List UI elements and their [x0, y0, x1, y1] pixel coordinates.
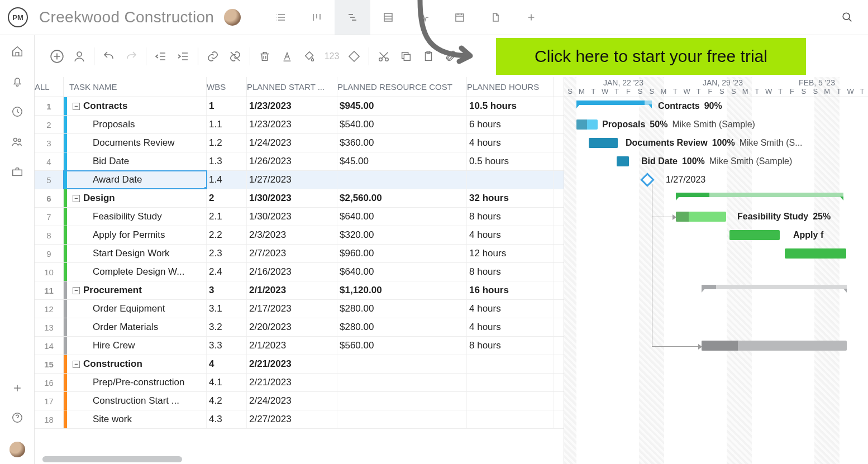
gantt-bar[interactable]	[729, 230, 780, 240]
col-all[interactable]: ALL	[35, 77, 64, 97]
gantt-bar[interactable]	[702, 341, 847, 351]
task-name-cell[interactable]: Proposals	[64, 116, 207, 133]
view-sheet-icon[interactable]	[370, 0, 406, 35]
gantt-summary-bar[interactable]	[702, 285, 847, 289]
project-avatar[interactable]	[224, 9, 241, 26]
table-row[interactable]: 2Proposals1.11/23/2023$540.006 hours	[35, 116, 564, 134]
clock-icon[interactable]	[11, 106, 23, 118]
help-icon[interactable]	[11, 412, 23, 424]
table-row[interactable]: 9Start Design Work2.32/7/2023$960.0012 h…	[35, 245, 564, 263]
gantt-bar[interactable]	[589, 138, 618, 148]
view-add-icon[interactable]	[513, 0, 549, 35]
col-wbs[interactable]: WBS	[207, 77, 247, 97]
gantt-summary-bar[interactable]	[576, 101, 652, 105]
task-name-cell[interactable]: Order Equipment	[64, 300, 207, 318]
indent-icon[interactable]	[172, 45, 194, 68]
table-row[interactable]: 15−Construction42/21/2023	[35, 355, 564, 374]
search-icon[interactable]	[841, 11, 853, 23]
task-name: Hire Crew	[93, 340, 135, 351]
gantt-bar[interactable]	[785, 248, 846, 259]
col-planned-start[interactable]: PLANNED START ...	[247, 77, 337, 97]
table-row[interactable]: 1−Contracts11/23/2023$945.0010.5 hours	[35, 97, 564, 116]
collapse-icon[interactable]: −	[73, 103, 80, 110]
task-name-cell[interactable]: Bid Date	[64, 152, 207, 170]
table-row[interactable]: 14Hire Crew3.32/1/2023$560.008 hours	[35, 337, 564, 355]
text-color-icon[interactable]	[276, 45, 298, 68]
view-activity-icon[interactable]	[406, 0, 442, 35]
assign-icon[interactable]	[68, 45, 90, 68]
gantt-chart[interactable]: JAN, 22 '23JAN, 29 '23FEB, 5 '23SMTWTFSS…	[564, 77, 868, 464]
briefcase-icon[interactable]	[11, 166, 23, 178]
cta-banner[interactable]: Click here to start your free trial	[496, 38, 806, 75]
task-name-cell[interactable]: Apply for Permits	[64, 226, 207, 244]
view-board-icon[interactable]	[299, 0, 335, 35]
add-icon[interactable]	[12, 382, 23, 394]
task-name-cell[interactable]: Award Date	[64, 171, 207, 189]
table-row[interactable]: 11−Procurement32/1/2023$1,120.0016 hours	[35, 281, 564, 300]
task-name-cell[interactable]: −Contracts	[64, 97, 207, 115]
user-avatar[interactable]	[9, 442, 25, 457]
undo-icon[interactable]	[98, 45, 120, 68]
gantt-summary-bar[interactable]	[676, 193, 843, 197]
task-name-cell[interactable]: Documents Review	[64, 134, 207, 152]
task-name: Feasibility Study	[93, 211, 162, 222]
task-name-cell[interactable]: −Construction	[64, 355, 207, 373]
view-calendar-icon[interactable]	[442, 0, 478, 35]
paste-icon[interactable]	[417, 45, 440, 68]
unlink-icon[interactable]	[224, 45, 246, 68]
task-name-cell[interactable]: −Procurement	[64, 281, 207, 299]
table-row[interactable]: 16Prep/Pre-construction4.12/21/2023	[35, 374, 564, 392]
attach-icon[interactable]	[440, 45, 462, 68]
fill-color-icon[interactable]	[298, 45, 321, 68]
bell-icon[interactable]	[11, 75, 23, 88]
gantt-bar[interactable]	[617, 156, 629, 166]
collapse-icon[interactable]: −	[73, 287, 80, 294]
task-name-cell[interactable]: Construction Start ...	[64, 392, 207, 410]
redo-icon[interactable]	[120, 45, 142, 68]
add-task-icon[interactable]	[46, 45, 68, 68]
gantt-bar[interactable]	[576, 119, 598, 130]
col-planned-cost[interactable]: PLANNED RESOURCE COST	[337, 77, 467, 97]
shape-icon[interactable]	[343, 45, 365, 68]
task-name-cell[interactable]: Prep/Pre-construction	[64, 374, 207, 391]
gantt-label: Apply f	[793, 230, 823, 240]
cut-icon[interactable]	[373, 45, 395, 68]
horizontal-scrollbar[interactable]	[35, 454, 564, 464]
home-icon[interactable]	[11, 45, 23, 58]
view-list-icon[interactable]	[263, 0, 299, 35]
table-row[interactable]: 10Complete Design W...2.42/16/2023$640.0…	[35, 263, 564, 281]
table-row[interactable]: 7Feasibility Study2.11/30/2023$640.008 h…	[35, 208, 564, 226]
wbs-cell: 2	[207, 189, 247, 207]
task-name-cell[interactable]: Site work	[64, 410, 207, 428]
delete-icon[interactable]	[254, 45, 276, 68]
number-format-icon[interactable]: 123	[321, 45, 343, 68]
hours-cell: 8 hours	[467, 337, 554, 355]
copy-icon[interactable]	[395, 45, 417, 68]
task-name-cell[interactable]: Complete Design W...	[64, 263, 207, 281]
table-row[interactable]: 5Award Date1.41/27/2023	[35, 171, 564, 189]
collapse-icon[interactable]: −	[73, 361, 80, 368]
people-icon[interactable]	[11, 136, 23, 148]
cost-cell: $640.00	[337, 208, 467, 226]
col-planned-hours[interactable]: PLANNED HOURS	[467, 77, 554, 97]
view-file-icon[interactable]	[478, 0, 513, 35]
table-row[interactable]: 12Order Equipment3.12/17/2023$280.004 ho…	[35, 300, 564, 318]
table-row[interactable]: 3Documents Review1.21/24/2023$360.004 ho…	[35, 134, 564, 152]
app-logo[interactable]: PM	[8, 7, 28, 27]
task-name-cell[interactable]: Hire Crew	[64, 337, 207, 355]
link-icon[interactable]	[202, 45, 224, 68]
col-task-name[interactable]: TASK NAME	[64, 77, 207, 97]
table-row[interactable]: 8Apply for Permits2.22/3/2023$320.004 ho…	[35, 226, 564, 245]
table-row[interactable]: 4Bid Date1.31/26/2023$45.000.5 hours	[35, 152, 564, 171]
view-gantt-icon[interactable]	[335, 0, 370, 35]
outdent-icon[interactable]	[150, 45, 172, 68]
table-row[interactable]: 6−Design21/30/2023$2,560.0032 hours	[35, 189, 564, 208]
collapse-icon[interactable]: −	[73, 195, 80, 202]
task-name-cell[interactable]: Feasibility Study	[64, 208, 207, 226]
table-row[interactable]: 13Order Materials3.22/20/2023$280.004 ho…	[35, 318, 564, 337]
task-name-cell[interactable]: Start Design Work	[64, 245, 207, 262]
task-name-cell[interactable]: Order Materials	[64, 318, 207, 336]
table-row[interactable]: 18Site work4.32/27/2023	[35, 410, 564, 429]
table-row[interactable]: 17Construction Start ...4.22/24/2023	[35, 392, 564, 410]
task-name-cell[interactable]: −Design	[64, 189, 207, 207]
